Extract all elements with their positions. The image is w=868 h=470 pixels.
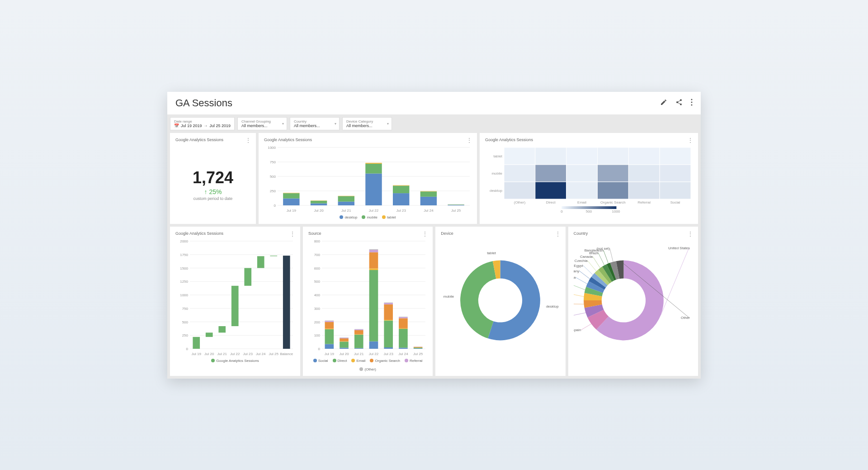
svg-rect-182 (354, 329, 363, 329)
chart-legend: SocialDirectEmailOrganic SearchReferral(… (308, 359, 427, 371)
svg-text:(Other): (Other) (514, 200, 526, 204)
card-menu-icon[interactable]: ⋮ (466, 137, 472, 144)
svg-text:Jul 21: Jul 21 (354, 352, 364, 356)
svg-rect-178 (354, 334, 363, 348)
svg-rect-167 (325, 321, 334, 322)
header: GA Sessions (167, 92, 701, 114)
svg-rect-165 (325, 328, 334, 329)
svg-rect-175 (340, 337, 349, 338)
svg-line-215 (660, 248, 689, 315)
svg-rect-201 (399, 318, 408, 328)
chart-heatmap: tabletmobiledesktop(Other)DirectEmailOrg… (485, 146, 693, 214)
svg-text:250: 250 (270, 189, 276, 193)
svg-text:Social: Social (670, 200, 680, 204)
svg-text:(not set): (not set) (596, 246, 610, 250)
svg-rect-50 (566, 165, 598, 182)
calendar-icon: 📅 (174, 123, 179, 128)
card-menu-icon[interactable]: ⋮ (687, 137, 693, 144)
svg-rect-44 (598, 147, 629, 165)
svg-line-239 (604, 250, 609, 263)
svg-text:Egypt: Egypt (574, 263, 583, 267)
card-waterfall: Google Analytics Sessions ⋮ 025050075010… (170, 227, 300, 376)
svg-text:Jul 23: Jul 23 (243, 352, 253, 356)
svg-line-223 (574, 294, 584, 297)
header-actions (660, 99, 693, 108)
row-2: Google Analytics Sessions ⋮ 025050075010… (167, 227, 701, 379)
svg-text:800: 800 (314, 239, 321, 243)
card-menu-icon[interactable]: ⋮ (245, 137, 251, 144)
svg-rect-51 (598, 165, 629, 182)
svg-text:Jul 23: Jul 23 (396, 209, 406, 213)
svg-rect-196 (384, 302, 393, 303)
svg-rect-22 (338, 196, 354, 201)
share-icon[interactable] (675, 99, 683, 108)
svg-rect-41 (504, 147, 535, 165)
chart-source-bar: 0100200300400500600700800Jul 19Jul 20Jul… (308, 239, 427, 357)
svg-rect-30 (393, 185, 409, 193)
svg-rect-107 (615, 206, 617, 209)
svg-text:100: 100 (314, 333, 321, 337)
card-heatmap: Google Analytics Sessions ⋮ tabletmobile… (480, 133, 698, 224)
svg-rect-26 (365, 163, 382, 173)
svg-text:Email: Email (577, 200, 586, 204)
svg-rect-205 (414, 348, 423, 349)
svg-rect-189 (369, 249, 378, 249)
svg-rect-139 (257, 256, 264, 268)
card-device: Device ⋮ desktopmobiletablet (435, 227, 565, 376)
filter-daterange[interactable]: Date range 📅 Jul 19 2019 → Jul 25 2019 (170, 117, 235, 130)
dashboard-frame: GA Sessions Date range 📅 Jul 19 2019 → J… (167, 92, 701, 379)
kpi-value: 1,724 (175, 168, 250, 187)
svg-rect-29 (393, 193, 409, 205)
filter-device[interactable]: Device Category All members... ▾ (342, 117, 392, 130)
svg-text:1500: 1500 (180, 266, 188, 270)
svg-rect-14 (283, 193, 299, 199)
svg-rect-192 (384, 320, 393, 347)
svg-text:Jul 25: Jul 25 (269, 352, 279, 356)
chart-legend: desktopmobiletablet (264, 215, 472, 219)
card-menu-icon[interactable]: ⋮ (687, 230, 693, 237)
svg-text:Jul 21: Jul 21 (341, 209, 351, 213)
svg-text:2000: 2000 (180, 239, 188, 243)
svg-text:Jul 24: Jul 24 (424, 209, 434, 213)
card-menu-icon[interactable]: ⋮ (289, 230, 296, 237)
svg-text:desktop: desktop (490, 189, 503, 193)
svg-rect-17 (311, 203, 327, 205)
svg-text:Balance: Balance (280, 352, 293, 356)
more-icon[interactable] (691, 99, 693, 108)
svg-rect-135 (231, 285, 239, 326)
filter-channel[interactable]: Channel Grouping All members... ▾ (237, 117, 287, 130)
svg-line-233 (587, 261, 596, 271)
svg-text:200: 200 (314, 320, 321, 324)
filter-bar: Date range 📅 Jul 19 2019 → Jul 25 2019 C… (167, 114, 701, 133)
svg-text:Czechia: Czechia (575, 259, 588, 263)
svg-point-2 (691, 104, 693, 105)
svg-line-217 (581, 323, 591, 329)
svg-rect-143 (283, 256, 290, 349)
svg-rect-164 (325, 329, 334, 344)
svg-text:Jul 22: Jul 22 (369, 209, 379, 213)
svg-text:desktop: desktop (546, 304, 559, 309)
filter-country[interactable]: Country All members... ▾ (290, 117, 340, 130)
edit-icon[interactable] (660, 99, 667, 108)
svg-rect-193 (384, 320, 393, 320)
card-menu-icon[interactable]: ⋮ (422, 230, 428, 237)
svg-text:Jul 24: Jul 24 (398, 352, 408, 356)
svg-text:Jul 19: Jul 19 (192, 352, 202, 356)
card-menu-icon[interactable]: ⋮ (555, 230, 561, 237)
svg-rect-172 (340, 341, 349, 342)
svg-rect-181 (354, 329, 363, 330)
svg-rect-188 (369, 250, 378, 252)
svg-text:750: 750 (182, 306, 189, 310)
svg-rect-25 (365, 173, 382, 205)
svg-text:1250: 1250 (180, 280, 188, 284)
svg-line-227 (576, 277, 587, 284)
svg-text:Organic Search: Organic Search (600, 200, 626, 204)
svg-text:0: 0 (186, 347, 189, 351)
svg-text:Jul 22: Jul 22 (230, 352, 240, 356)
svg-text:250: 250 (182, 333, 189, 337)
svg-text:Jul 20: Jul 20 (314, 209, 324, 213)
svg-rect-186 (369, 268, 378, 270)
svg-line-237 (598, 252, 604, 265)
svg-line-229 (579, 271, 590, 279)
svg-rect-21 (338, 201, 354, 205)
